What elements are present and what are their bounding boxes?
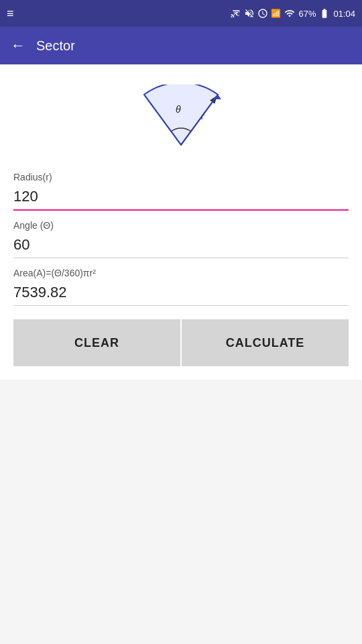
- diagram-container: θ r: [13, 85, 349, 158]
- signal-icon: [284, 8, 296, 19]
- calculate-button[interactable]: CALCULATE: [182, 319, 349, 366]
- mute-icon: [244, 8, 255, 19]
- radius-field-container: Radius(r): [13, 172, 349, 211]
- main-content: θ r Radius(r) Ang: [0, 64, 362, 380]
- app-bar: ← Sector: [0, 27, 362, 64]
- battery-icon: [318, 8, 330, 19]
- angle-input[interactable]: [13, 233, 349, 258]
- clock-icon: [257, 8, 268, 19]
- radius-label: Radius(r): [13, 172, 349, 182]
- button-row: CLEAR CALCULATE: [13, 319, 349, 366]
- angle-label: Angle (Θ): [13, 220, 349, 231]
- hamburger-icon: ≡: [7, 7, 14, 21]
- sim-icon: 📶: [271, 9, 281, 18]
- angle-field-container: Angle (Θ): [13, 220, 349, 258]
- area-input: [13, 281, 349, 306]
- sector-diagram: θ r: [127, 85, 235, 158]
- status-bar: ≡ 📶 67% 01:04: [0, 0, 362, 27]
- cast-icon: [231, 8, 241, 19]
- app-title: Sector: [36, 38, 75, 54]
- area-label: Area(A)=(Θ/360)πr²: [13, 268, 349, 278]
- battery-percentage: 67%: [298, 9, 316, 19]
- status-right: 📶 67% 01:04: [231, 8, 355, 19]
- back-button[interactable]: ←: [11, 37, 25, 54]
- clear-button[interactable]: CLEAR: [13, 319, 180, 366]
- status-left: ≡: [7, 7, 14, 21]
- radius-input[interactable]: [13, 185, 349, 211]
- svg-text:θ: θ: [176, 104, 181, 115]
- status-time: 01:04: [333, 9, 355, 19]
- area-field-container: Area(A)=(Θ/360)πr²: [13, 268, 349, 306]
